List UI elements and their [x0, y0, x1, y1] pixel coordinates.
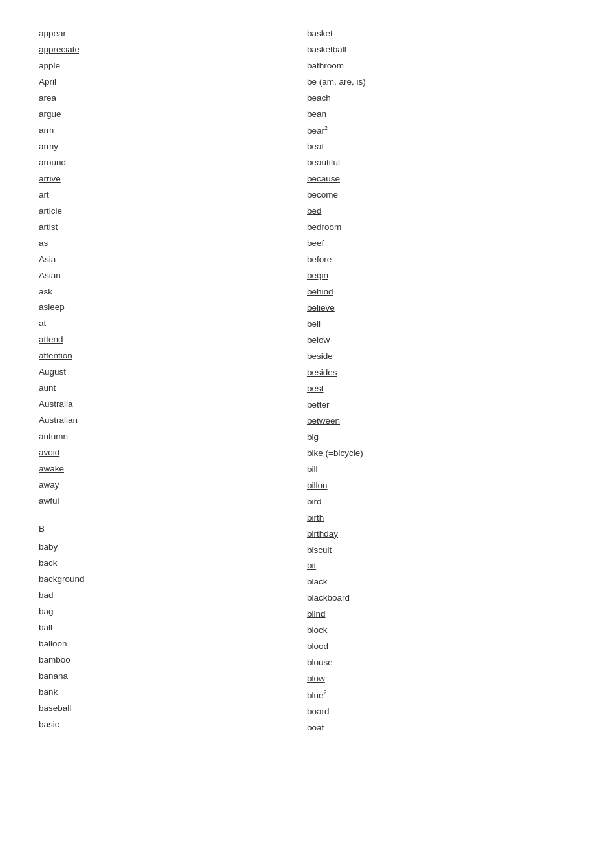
word-text[interactable]: birthday: [307, 529, 338, 539]
word-list-container: appearappreciateappleAprilareaarguearmar…: [39, 26, 575, 736]
word-text[interactable]: asleep: [39, 302, 65, 312]
list-item: Australian: [39, 413, 307, 429]
list-item: because: [307, 171, 575, 187]
word-text[interactable]: as: [39, 238, 48, 248]
list-item: Australia: [39, 397, 307, 413]
word-text[interactable]: behind: [307, 287, 333, 296]
list-item: blue2: [307, 687, 575, 703]
word-text[interactable]: blind: [307, 609, 326, 619]
word-text[interactable]: between: [307, 416, 340, 426]
word-text[interactable]: besides: [307, 367, 337, 377]
list-item: article: [39, 203, 307, 220]
list-item: awful: [39, 493, 307, 510]
list-item: between: [307, 413, 575, 429]
list-item: Asian: [39, 268, 307, 284]
list-item: besides: [307, 365, 575, 381]
word-text[interactable]: attention: [39, 351, 72, 360]
list-item: appear: [39, 26, 307, 42]
list-item: blow: [307, 671, 575, 687]
list-item: bathroom: [307, 58, 575, 74]
list-item: banana: [39, 668, 307, 685]
list-item: art: [39, 187, 307, 203]
list-item: below: [307, 333, 575, 349]
list-item: basket: [307, 26, 575, 42]
superscript: 2: [324, 689, 327, 696]
list-item: at: [39, 316, 307, 332]
list-item: black: [307, 574, 575, 590]
word-text[interactable]: billon: [307, 480, 328, 490]
list-item: bill: [307, 462, 575, 478]
list-item: before: [307, 252, 575, 268]
list-item: area: [39, 90, 307, 107]
list-item: bit: [307, 558, 575, 574]
list-item: birthday: [307, 526, 575, 542]
list-item: blackboard: [307, 590, 575, 606]
word-text[interactable]: attend: [39, 335, 63, 344]
list-item: appreciate: [39, 42, 307, 58]
word-text[interactable]: appear: [39, 28, 66, 38]
word-text[interactable]: awake: [39, 464, 64, 473]
list-item: better: [307, 397, 575, 413]
list-item: bird: [307, 494, 575, 510]
list-item: background: [39, 572, 307, 588]
list-item: blouse: [307, 655, 575, 671]
list-item: August: [39, 364, 307, 380]
list-item: army: [39, 139, 307, 155]
list-item: best: [307, 381, 575, 397]
list-item: baby: [39, 539, 307, 555]
word-text[interactable]: birth: [307, 513, 324, 522]
word-text[interactable]: blow: [307, 674, 325, 683]
word-text[interactable]: because: [307, 174, 340, 183]
list-item: avoid: [39, 445, 307, 461]
list-item: basketball: [307, 42, 575, 58]
list-item: April: [39, 74, 307, 90]
list-item: blood: [307, 639, 575, 655]
list-item: beef: [307, 236, 575, 252]
list-item: begin: [307, 268, 575, 284]
list-item: be (am, are, is): [307, 74, 575, 90]
list-item: bamboo: [39, 652, 307, 668]
list-item: argue: [39, 107, 307, 123]
list-item: believe: [307, 300, 575, 316]
list-item: apple: [39, 58, 307, 74]
list-item: bedroom: [307, 220, 575, 236]
list-item: beach: [307, 90, 575, 107]
list-item: board: [307, 704, 575, 720]
list-item: Asia: [39, 252, 307, 268]
list-item: boat: [307, 720, 575, 736]
list-item: arm: [39, 123, 307, 139]
list-item: artist: [39, 220, 307, 236]
word-text[interactable]: appreciate: [39, 45, 79, 54]
word-text[interactable]: beat: [307, 141, 324, 151]
list-item: baseball: [39, 701, 307, 717]
list-item: beside: [307, 349, 575, 365]
word-text[interactable]: best: [307, 384, 324, 393]
list-item: back: [39, 555, 307, 572]
list-item: awake: [39, 461, 307, 477]
list-item: beat: [307, 139, 575, 155]
word-text[interactable]: before: [307, 254, 332, 264]
list-item: attention: [39, 348, 307, 364]
list-item: away: [39, 477, 307, 493]
section-header: B: [39, 519, 307, 539]
right-column: basketbasketballbathroombe (am, are, is)…: [307, 26, 575, 736]
word-text[interactable]: bit: [307, 561, 316, 570]
list-item: attend: [39, 332, 307, 348]
list-item: become: [307, 187, 575, 203]
list-item: bank: [39, 685, 307, 701]
word-text[interactable]: begin: [307, 271, 328, 280]
list-item: bell: [307, 316, 575, 333]
superscript: 2: [324, 125, 328, 131]
word-text[interactable]: believe: [307, 303, 335, 313]
word-text[interactable]: argue: [39, 109, 61, 119]
list-item: bed: [307, 203, 575, 220]
list-item: behind: [307, 284, 575, 300]
word-text[interactable]: bed: [307, 206, 322, 216]
word-text[interactable]: bad: [39, 590, 54, 600]
list-item: block: [307, 623, 575, 639]
list-item: balloon: [39, 636, 307, 652]
word-text[interactable]: avoid: [39, 448, 59, 457]
word-text[interactable]: arrive: [39, 174, 61, 183]
list-item: ask: [39, 284, 307, 300]
spacer: [39, 510, 307, 515]
